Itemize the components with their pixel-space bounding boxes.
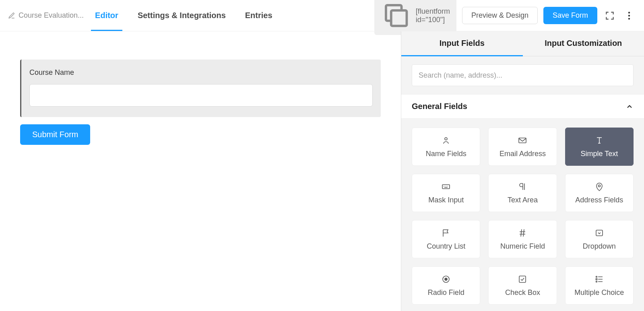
field-card-label: Address Fields <box>575 196 623 204</box>
field-card-label: Radio Field <box>428 288 464 297</box>
field-label: Course Name <box>29 68 373 77</box>
field-card-name-fields[interactable]: Name Fields <box>412 128 480 166</box>
field-card-label: Name Fields <box>426 150 466 158</box>
more-button[interactable] <box>622 9 636 23</box>
mappin-icon <box>594 181 605 192</box>
section-general-fields[interactable]: General Fields <box>401 94 644 119</box>
field-input-preview <box>29 84 373 107</box>
field-card-label: Text Area <box>508 196 538 204</box>
field-card-country-list[interactable]: Country List <box>412 220 480 258</box>
topbar-right: [fluentform id="100"] Preview & Design S… <box>374 0 636 35</box>
copy-icon <box>381 0 412 31</box>
submit-button[interactable]: Submit Form <box>20 124 90 145</box>
form-title-text: Course Evaluation... <box>19 11 84 20</box>
svg-rect-0 <box>391 10 407 26</box>
sidebar-tabs: Input Fields Input Customization <box>401 31 644 56</box>
radio-icon <box>441 274 451 284</box>
field-card-label: Check Box <box>505 288 540 297</box>
field-card-label: Multiple Choice <box>574 288 624 297</box>
section-title: General Fields <box>412 102 467 111</box>
tab-entries[interactable]: Entries <box>245 0 272 31</box>
sidebar: Input Fields Input Customization General… <box>401 31 644 311</box>
paragraph-icon <box>517 181 528 192</box>
fields-grid: Name FieldsEmail AddressSimple TextMask … <box>401 119 644 311</box>
search-wrap <box>401 56 644 94</box>
fullscreen-button[interactable] <box>603 9 617 23</box>
preview-button[interactable]: Preview & Design <box>462 7 538 24</box>
field-card-label: Country List <box>427 242 465 251</box>
field-card-address-fields[interactable]: Address Fields <box>565 174 634 212</box>
hash-icon <box>517 228 528 238</box>
nav-tabs: Editor Settings & Integrations Entries <box>95 0 272 31</box>
topbar-left: Course Evaluation... Editor Settings & I… <box>8 0 272 31</box>
tab-editor[interactable]: Editor <box>95 0 118 31</box>
user-icon <box>441 135 451 146</box>
field-card-multiple-choice[interactable]: Multiple Choice <box>565 266 634 305</box>
main: Course Name Submit Form Input Fields Inp… <box>0 31 644 311</box>
form-field-block[interactable]: Course Name <box>20 60 381 117</box>
form-title[interactable]: Course Evaluation... <box>8 11 84 20</box>
field-card-simple-text[interactable]: Simple Text <box>565 128 634 166</box>
field-card-numeric-field[interactable]: Numeric Field <box>488 220 557 258</box>
svg-point-3 <box>628 18 630 19</box>
field-card-label: Numeric Field <box>500 242 545 251</box>
svg-point-1 <box>628 12 630 13</box>
list-icon <box>594 274 605 284</box>
dropdown-icon <box>594 228 605 238</box>
search-input[interactable] <box>412 64 634 86</box>
form-canvas: Course Name Submit Form <box>0 31 401 311</box>
field-card-check-box[interactable]: Check Box <box>488 266 557 305</box>
tab-settings[interactable]: Settings & Integrations <box>138 0 226 31</box>
fullscreen-icon <box>605 10 615 21</box>
shortcode-text: [fluentform id="100"] <box>416 7 450 24</box>
field-card-label: Email Address <box>500 150 546 158</box>
field-card-radio-field[interactable]: Radio Field <box>412 266 480 305</box>
edit-icon <box>8 12 15 19</box>
mail-icon <box>517 135 528 146</box>
field-card-email-address[interactable]: Email Address <box>488 128 557 166</box>
flag-icon <box>441 228 451 238</box>
field-card-mask-input[interactable]: Mask Input <box>412 174 480 212</box>
checkbox-icon <box>517 274 528 284</box>
field-card-text-area[interactable]: Text Area <box>488 174 557 212</box>
shortcode-box[interactable]: [fluentform id="100"] <box>374 0 456 35</box>
save-button[interactable]: Save Form <box>543 7 597 24</box>
more-vertical-icon <box>624 10 634 21</box>
field-card-dropdown[interactable]: Dropdown <box>565 220 634 258</box>
tab-input-customization[interactable]: Input Customization <box>523 31 644 56</box>
svg-point-2 <box>628 14 630 16</box>
chevron-up-icon <box>625 103 634 111</box>
topbar: Course Evaluation... Editor Settings & I… <box>0 0 644 31</box>
text-icon <box>594 135 605 146</box>
field-card-label: Mask Input <box>428 196 464 204</box>
tab-input-fields[interactable]: Input Fields <box>401 31 523 56</box>
keyboard-icon <box>441 181 451 192</box>
field-card-label: Dropdown <box>583 242 616 251</box>
field-card-label: Simple Text <box>580 150 618 158</box>
